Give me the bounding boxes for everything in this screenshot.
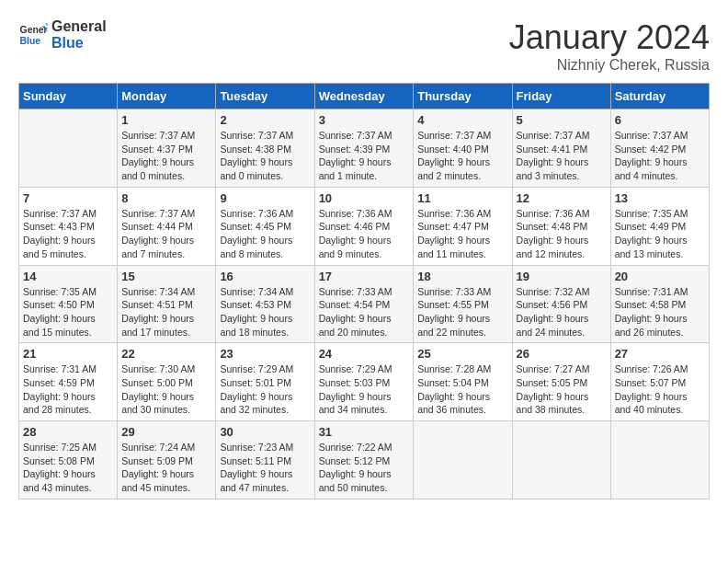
calendar-cell: 11Sunrise: 7:36 AM Sunset: 4:47 PM Dayli… (414, 187, 512, 265)
weekday-header-row: SundayMondayTuesdayWednesdayThursdayFrid… (19, 84, 710, 109)
day-info: Sunrise: 7:33 AM Sunset: 4:54 PM Dayligh… (319, 285, 410, 339)
day-info: Sunrise: 7:24 AM Sunset: 5:09 PM Dayligh… (121, 441, 211, 495)
day-number: 27 (615, 347, 705, 361)
day-info: Sunrise: 7:28 AM Sunset: 5:04 PM Dayligh… (417, 362, 507, 417)
day-info: Sunrise: 7:37 AM Sunset: 4:41 PM Dayligh… (517, 129, 607, 183)
calendar-cell (610, 421, 709, 500)
day-info: Sunrise: 7:27 AM Sunset: 5:05 PM Dayligh… (517, 362, 607, 417)
day-number: 2 (220, 113, 310, 127)
calendar-cell: 10Sunrise: 7:36 AM Sunset: 4:46 PM Dayli… (314, 187, 414, 265)
day-info: Sunrise: 7:36 AM Sunset: 4:45 PM Dayligh… (220, 207, 310, 261)
day-number: 17 (319, 270, 410, 283)
calendar-cell: 12Sunrise: 7:36 AM Sunset: 4:48 PM Dayli… (512, 187, 610, 265)
weekday-header-wednesday: Wednesday (314, 84, 414, 109)
weekday-header-tuesday: Tuesday (216, 84, 314, 109)
day-number: 23 (220, 347, 310, 361)
day-info: Sunrise: 7:34 AM Sunset: 4:51 PM Dayligh… (121, 285, 211, 339)
calendar-cell: 3Sunrise: 7:37 AM Sunset: 4:39 PM Daylig… (314, 109, 414, 188)
calendar-cell (19, 109, 118, 188)
day-info: Sunrise: 7:36 AM Sunset: 4:48 PM Dayligh… (517, 207, 607, 261)
calendar-cell: 15Sunrise: 7:34 AM Sunset: 4:51 PM Dayli… (118, 265, 216, 343)
day-info: Sunrise: 7:37 AM Sunset: 4:37 PM Dayligh… (121, 129, 211, 183)
calendar-cell (512, 421, 610, 500)
calendar-cell: 20Sunrise: 7:31 AM Sunset: 4:58 PM Dayli… (610, 265, 709, 343)
day-number: 31 (319, 425, 410, 439)
calendar-cell: 16Sunrise: 7:34 AM Sunset: 4:53 PM Dayli… (216, 265, 314, 343)
day-info: Sunrise: 7:23 AM Sunset: 5:11 PM Dayligh… (220, 441, 310, 495)
day-number: 18 (417, 270, 507, 283)
calendar-cell: 25Sunrise: 7:28 AM Sunset: 5:04 PM Dayli… (414, 343, 512, 421)
calendar-week-row: 28Sunrise: 7:25 AM Sunset: 5:08 PM Dayli… (19, 421, 710, 500)
weekday-header-sunday: Sunday (19, 84, 118, 109)
day-number: 11 (417, 191, 507, 205)
svg-text:Blue: Blue (20, 35, 41, 45)
weekday-header-friday: Friday (512, 84, 610, 109)
day-number: 20 (615, 270, 705, 283)
day-number: 4 (417, 113, 507, 127)
page-header: General Blue General Blue January 2024 N… (18, 18, 710, 74)
day-number: 15 (121, 270, 211, 283)
day-info: Sunrise: 7:37 AM Sunset: 4:39 PM Dayligh… (319, 129, 410, 183)
day-info: Sunrise: 7:37 AM Sunset: 4:38 PM Dayligh… (220, 129, 310, 183)
day-info: Sunrise: 7:37 AM Sunset: 4:40 PM Dayligh… (417, 129, 507, 183)
calendar-cell: 31Sunrise: 7:22 AM Sunset: 5:12 PM Dayli… (314, 421, 414, 500)
logo-icon: General Blue (18, 20, 48, 50)
weekday-header-monday: Monday (118, 84, 216, 109)
calendar-cell: 4Sunrise: 7:37 AM Sunset: 4:40 PM Daylig… (414, 109, 512, 188)
calendar-cell: 24Sunrise: 7:29 AM Sunset: 5:03 PM Dayli… (314, 343, 414, 421)
calendar-cell: 23Sunrise: 7:29 AM Sunset: 5:01 PM Dayli… (216, 343, 314, 421)
day-info: Sunrise: 7:25 AM Sunset: 5:08 PM Dayligh… (23, 441, 113, 495)
day-number: 5 (517, 113, 607, 127)
day-info: Sunrise: 7:31 AM Sunset: 4:59 PM Dayligh… (23, 362, 113, 417)
calendar-table: SundayMondayTuesdayWednesdayThursdayFrid… (18, 83, 710, 500)
day-number: 30 (220, 425, 310, 439)
calendar-cell: 5Sunrise: 7:37 AM Sunset: 4:41 PM Daylig… (512, 109, 610, 188)
day-info: Sunrise: 7:31 AM Sunset: 4:58 PM Dayligh… (615, 285, 705, 339)
calendar-title: January 2024 (509, 18, 710, 57)
day-number: 13 (615, 191, 705, 205)
calendar-cell: 21Sunrise: 7:31 AM Sunset: 4:59 PM Dayli… (19, 343, 118, 421)
title-block: January 2024 Nizhniy Cherek, Russia (509, 18, 710, 74)
day-number: 7 (23, 191, 113, 205)
calendar-cell: 18Sunrise: 7:33 AM Sunset: 4:55 PM Dayli… (414, 265, 512, 343)
calendar-cell: 6Sunrise: 7:37 AM Sunset: 4:42 PM Daylig… (610, 109, 709, 188)
day-info: Sunrise: 7:37 AM Sunset: 4:43 PM Dayligh… (23, 207, 113, 261)
day-info: Sunrise: 7:29 AM Sunset: 5:03 PM Dayligh… (319, 362, 410, 417)
calendar-cell: 19Sunrise: 7:32 AM Sunset: 4:56 PM Dayli… (512, 265, 610, 343)
calendar-cell: 2Sunrise: 7:37 AM Sunset: 4:38 PM Daylig… (216, 109, 314, 188)
calendar-cell (414, 421, 512, 500)
calendar-week-row: 7Sunrise: 7:37 AM Sunset: 4:43 PM Daylig… (19, 187, 710, 265)
day-number: 8 (121, 191, 211, 205)
day-number: 21 (23, 347, 113, 361)
day-info: Sunrise: 7:36 AM Sunset: 4:46 PM Dayligh… (319, 207, 410, 261)
weekday-header-thursday: Thursday (414, 84, 512, 109)
day-number: 29 (121, 425, 211, 439)
calendar-cell: 13Sunrise: 7:35 AM Sunset: 4:49 PM Dayli… (610, 187, 709, 265)
day-number: 14 (23, 270, 113, 283)
day-number: 9 (220, 191, 310, 205)
day-info: Sunrise: 7:35 AM Sunset: 4:49 PM Dayligh… (615, 207, 705, 261)
day-number: 26 (517, 347, 607, 361)
calendar-cell: 7Sunrise: 7:37 AM Sunset: 4:43 PM Daylig… (19, 187, 118, 265)
day-info: Sunrise: 7:30 AM Sunset: 5:00 PM Dayligh… (121, 362, 211, 417)
calendar-cell: 29Sunrise: 7:24 AM Sunset: 5:09 PM Dayli… (118, 421, 216, 500)
day-number: 22 (121, 347, 211, 361)
calendar-cell: 30Sunrise: 7:23 AM Sunset: 5:11 PM Dayli… (216, 421, 314, 500)
day-number: 10 (319, 191, 410, 205)
calendar-cell: 27Sunrise: 7:26 AM Sunset: 5:07 PM Dayli… (610, 343, 709, 421)
day-info: Sunrise: 7:22 AM Sunset: 5:12 PM Dayligh… (319, 441, 410, 495)
calendar-cell: 8Sunrise: 7:37 AM Sunset: 4:44 PM Daylig… (118, 187, 216, 265)
calendar-week-row: 14Sunrise: 7:35 AM Sunset: 4:50 PM Dayli… (19, 265, 710, 343)
day-info: Sunrise: 7:26 AM Sunset: 5:07 PM Dayligh… (615, 362, 705, 417)
day-info: Sunrise: 7:37 AM Sunset: 4:42 PM Dayligh… (615, 129, 705, 183)
day-info: Sunrise: 7:35 AM Sunset: 4:50 PM Dayligh… (23, 285, 113, 339)
calendar-cell: 1Sunrise: 7:37 AM Sunset: 4:37 PM Daylig… (118, 109, 216, 188)
day-info: Sunrise: 7:34 AM Sunset: 4:53 PM Dayligh… (220, 285, 310, 339)
day-number: 19 (517, 270, 607, 283)
logo: General Blue General Blue (18, 18, 107, 51)
day-number: 24 (319, 347, 410, 361)
day-number: 28 (23, 425, 113, 439)
day-info: Sunrise: 7:37 AM Sunset: 4:44 PM Dayligh… (121, 207, 211, 261)
calendar-cell: 17Sunrise: 7:33 AM Sunset: 4:54 PM Dayli… (314, 265, 414, 343)
calendar-subtitle: Nizhniy Cherek, Russia (509, 57, 710, 74)
